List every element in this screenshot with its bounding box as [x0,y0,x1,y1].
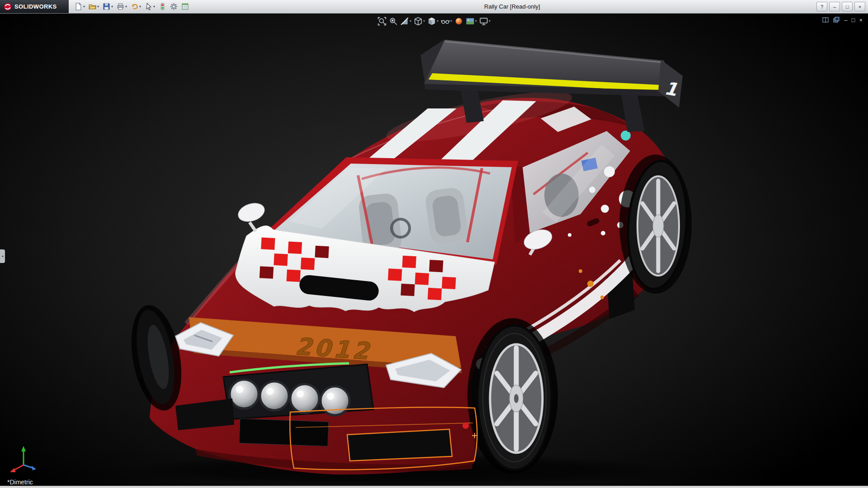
view-settings-icon [479,17,488,26]
graphics-area[interactable]: 2012 [0,14,868,486]
scene-svg: 2012 [0,14,868,486]
minimize-button[interactable]: – [829,2,840,11]
new-document-icon [75,3,82,10]
zoom-to-area-button[interactable] [388,16,398,27]
window-bottom-edge [0,486,868,488]
apply-scene-icon [466,17,475,26]
apply-scene-button[interactable]: ▾ [465,16,477,27]
rear-right-wheel[interactable] [619,155,692,294]
center-mesh-selected [347,429,452,461]
heads-up-view-toolbar: ▾ ▾ ▾ [377,16,491,27]
dropdown-caret-icon: ▾ [125,5,127,9]
edit-appearance-icon [454,17,463,26]
standard-toolbar: ▾ ▾ ▾ ▾ [73,1,190,13]
solidworks-logo: SOLIDWORKS [0,0,69,13]
print-icon [117,3,124,10]
minimize-icon: – [833,4,836,9]
hide-show-items-icon [441,17,450,26]
split-view-icon [822,17,829,23]
view-orientation-icon [414,17,423,26]
dropdown-caret-icon: ▾ [410,19,411,23]
dropdown-caret-icon: ▾ [153,5,155,9]
view-orientation-button[interactable]: ▾ [413,16,425,27]
close-doc-button[interactable]: × [859,17,863,23]
undo-button[interactable]: ▾ [129,1,142,13]
restore-icon: □ [846,4,849,9]
select-cursor-icon [145,3,152,10]
dropdown-caret-icon: ▾ [111,5,113,9]
restore-doc-button[interactable]: □ [852,17,855,23]
fog-light [462,422,469,429]
hood-year-text: 2012 [294,333,373,365]
close-button[interactable]: × [854,2,865,11]
display-style-icon [427,17,436,26]
dropdown-caret-icon: ▾ [423,19,425,23]
dropdown-caret-icon: ▾ [437,19,439,23]
dropdown-caret-icon: ▾ [489,19,491,23]
edit-appearance-button[interactable] [454,16,464,27]
open-folder-icon [89,3,96,10]
save-floppy-icon [103,3,110,10]
license-plate [239,419,329,446]
restore-doc-icon: □ [852,17,855,23]
dropdown-caret-icon: ▾ [450,19,452,23]
brand-text: SOLIDWORKS [14,3,57,10]
feature-pane-collapse-tab[interactable]: ◂ [0,249,5,263]
window-controls: ? – □ × [816,2,865,11]
save-button[interactable]: ▾ [101,1,114,13]
split-view-button[interactable] [822,17,829,23]
rebuild-traffic-light-icon [159,3,166,10]
new-document-button[interactable]: ▾ [73,1,86,13]
car-model[interactable]: 2012 [124,40,692,474]
help-button[interactable]: ? [816,2,827,11]
restore-button[interactable]: □ [842,2,853,11]
dropdown-caret-icon: ▾ [475,19,477,23]
help-icon: ? [821,4,823,9]
dropdown-caret-icon: ▾ [139,5,141,9]
view-orientation-label: *Dimetric [7,479,33,486]
orientation-triad [8,444,42,474]
open-button[interactable]: ▾ [87,1,100,13]
collapse-arrow-icon: ◂ [2,254,4,258]
zoom-to-fit-button[interactable] [377,16,387,27]
zoom-to-fit-icon [377,17,387,26]
hide-show-items-button[interactable]: ▾ [440,16,453,27]
undo-arrow-icon [131,3,138,10]
new-window-button[interactable] [833,17,840,23]
solidworks-logo-icon [4,3,12,11]
close-doc-icon: × [859,17,863,23]
dropdown-caret-icon: ▾ [97,5,99,9]
print-button[interactable]: ▾ [115,1,128,13]
document-window-controls: – □ × [822,17,863,23]
dropdown-caret-icon: ▾ [83,5,85,9]
rebuild-button[interactable] [157,1,168,13]
new-window-icon [833,17,840,23]
close-icon: × [859,4,861,9]
section-view-button[interactable]: ▾ [400,16,412,27]
minimize-doc-icon: – [844,17,847,23]
zoom-to-area-icon [389,17,398,26]
options-gear-icon [170,3,178,10]
select-button[interactable]: ▾ [143,1,156,13]
front-right-wheel[interactable] [467,318,558,474]
window-title: Rally Car [Read-only] [484,3,540,10]
design-table-button[interactable] [180,1,190,13]
section-view-icon [400,17,409,26]
minimize-doc-button[interactable]: – [844,17,847,23]
design-table-icon [181,3,189,10]
display-style-button[interactable]: ▾ [427,16,439,27]
titlebar: SOLIDWORKS ▾ ▾ ▾ [0,0,868,14]
options-button[interactable] [169,1,179,13]
view-settings-button[interactable]: ▾ [479,16,491,27]
